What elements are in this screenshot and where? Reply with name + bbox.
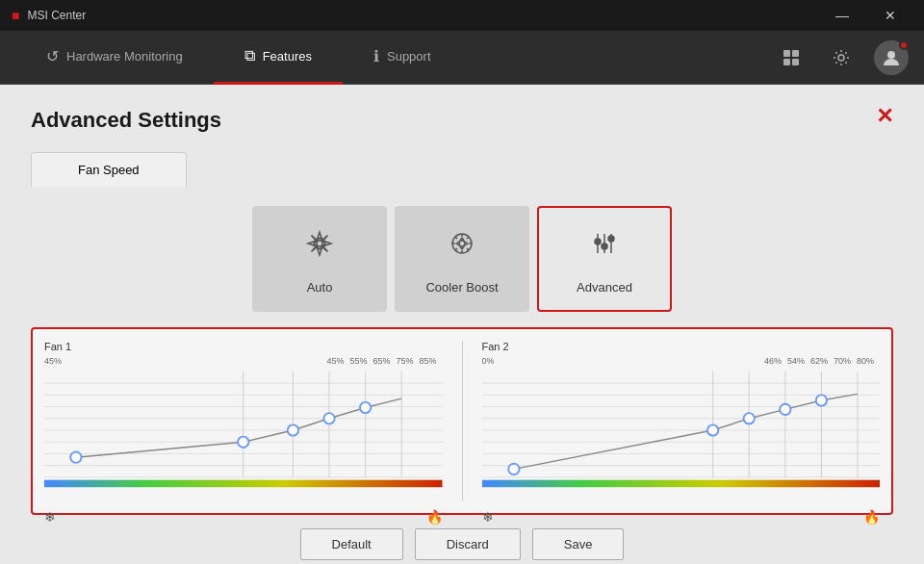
svg-point-5 <box>887 51 895 59</box>
advanced-icon <box>585 224 624 270</box>
close-button[interactable]: ✕ <box>876 104 893 129</box>
svg-line-15 <box>455 248 457 250</box>
nav-item-hardware[interactable]: ↺ Hardware Monitoring <box>15 31 214 85</box>
fan1-point-0[interactable] <box>70 452 81 463</box>
mode-card-cooler-boost[interactable]: Cooler Boost <box>395 206 529 312</box>
support-icon: ℹ <box>373 47 379 65</box>
fan1-pct-spacer <box>67 356 327 366</box>
fan2-point-4[interactable] <box>815 395 826 405</box>
fan2-hot-icon: 🔥 <box>863 509 880 525</box>
main-content: ✕ Advanced Settings Fan Speed Auto <box>0 85 924 564</box>
svg-point-28 <box>595 239 601 244</box>
svg-rect-0 <box>783 50 790 57</box>
fan1-point-1[interactable] <box>238 437 248 448</box>
window-close-button[interactable]: ✕ <box>868 0 912 31</box>
fan2-label: Fan 2 <box>482 341 881 352</box>
window-controls: — ✕ <box>820 0 912 31</box>
fan2-cold-icon: ❄ <box>482 509 494 525</box>
fan2-chart-area <box>482 368 881 507</box>
auto-label: Auto <box>307 280 333 295</box>
app-logo: ■ <box>12 8 19 23</box>
fan1-chart: Fan 1 45% 45% 55% 65% 75% 85% <box>44 341 443 501</box>
fan1-svg <box>44 368 443 493</box>
minimize-button[interactable]: — <box>820 0 864 31</box>
fan1-footer: ❄ 🔥 <box>44 509 443 525</box>
page-title: Advanced Settings <box>31 108 893 133</box>
app-title: MSI Center <box>27 9 86 22</box>
hardware-icon: ↺ <box>46 47 59 65</box>
svg-point-16 <box>459 241 465 246</box>
svg-rect-1 <box>792 50 799 57</box>
svg-rect-2 <box>783 59 790 65</box>
nav-items: ↺ Hardware Monitoring ⧉ Features ℹ Suppo… <box>15 31 774 85</box>
settings-button[interactable] <box>824 40 859 75</box>
fan2-percentages: 0% 46% 54% 62% 70% 80% <box>482 356 881 366</box>
user-avatar[interactable] <box>874 40 909 75</box>
nav-label-support: Support <box>387 49 431 64</box>
fan1-percentages: 45% 45% 55% 65% 75% 85% <box>44 356 443 366</box>
fan1-pct-1: 45% <box>327 356 350 366</box>
nav-right-controls <box>774 40 909 75</box>
fan2-point-0[interactable] <box>508 464 519 474</box>
tab-bar: Fan Speed <box>31 152 893 187</box>
fan2-point-3[interactable] <box>780 404 790 415</box>
fan2-pct-0: 0% <box>482 356 505 366</box>
cooler-boost-label: Cooler Boost <box>425 280 498 295</box>
mode-card-advanced[interactable]: Advanced <box>537 206 672 312</box>
fan1-pct-2: 55% <box>350 356 373 366</box>
fan2-pct-2: 54% <box>787 356 810 366</box>
fan1-point-2[interactable] <box>288 424 298 435</box>
auto-icon <box>300 224 339 270</box>
tab-fan-speed[interactable]: Fan Speed <box>31 152 187 187</box>
fan1-hot-icon: 🔥 <box>426 509 443 525</box>
svg-rect-60 <box>482 480 881 488</box>
svg-rect-45 <box>44 480 443 488</box>
fan2-pct-3: 62% <box>810 356 834 366</box>
fan1-cold-icon: ❄ <box>44 509 56 525</box>
navbar: ↺ Hardware Monitoring ⧉ Features ℹ Suppo… <box>0 31 924 85</box>
fan1-pct-3: 65% <box>373 356 397 366</box>
svg-point-6 <box>317 241 322 246</box>
svg-line-13 <box>467 248 469 250</box>
svg-point-29 <box>602 244 607 249</box>
svg-point-4 <box>838 55 844 61</box>
advanced-label: Advanced <box>577 280 632 295</box>
fan1-chart-area <box>44 368 443 507</box>
fan-divider <box>462 341 463 501</box>
avatar-notification-badge <box>899 40 909 50</box>
fan2-point-2[interactable] <box>743 413 754 423</box>
bottom-buttons: Default Discard Save <box>31 528 893 560</box>
nav-label-features: Features <box>263 49 312 64</box>
svg-point-30 <box>608 236 614 242</box>
nav-item-support[interactable]: ℹ Support <box>343 31 462 85</box>
svg-rect-3 <box>792 59 799 65</box>
fan1-pct-5: 85% <box>420 356 443 366</box>
fan2-point-1[interactable] <box>707 424 718 435</box>
titlebar: ■ MSI Center — ✕ <box>0 0 924 31</box>
fan2-footer: ❄ 🔥 <box>482 509 881 525</box>
cooler-boost-icon <box>443 224 481 270</box>
fans-container: Fan 1 45% 45% 55% 65% 75% 85% <box>31 327 893 515</box>
fan1-label: Fan 1 <box>44 341 443 352</box>
mode-card-auto[interactable]: Auto <box>252 206 387 312</box>
fan2-pct-5: 80% <box>857 356 880 366</box>
fan2-pct-4: 70% <box>834 356 857 366</box>
fan1-point-3[interactable] <box>323 413 334 423</box>
fan2-chart: Fan 2 0% 46% 54% 62% 70% 80% <box>482 341 881 501</box>
svg-line-12 <box>455 236 457 238</box>
fan1-pct-4: 75% <box>397 356 420 366</box>
discard-button[interactable]: Discard <box>415 528 521 560</box>
features-icon: ⧉ <box>244 47 255 64</box>
default-button[interactable]: Default <box>300 528 403 560</box>
fan1-pct-0: 45% <box>44 356 67 366</box>
grid-view-button[interactable] <box>774 40 808 75</box>
fan2-svg <box>482 368 881 493</box>
fan2-pct-1: 46% <box>764 356 787 366</box>
fan1-point-4[interactable] <box>360 402 371 413</box>
save-button[interactable]: Save <box>532 528 625 560</box>
mode-selection: Auto <box>31 206 893 312</box>
fan2-pct-spacer <box>505 356 765 366</box>
svg-line-14 <box>467 236 469 238</box>
nav-item-features[interactable]: ⧉ Features <box>214 31 343 85</box>
app-title-area: ■ MSI Center <box>12 8 86 23</box>
